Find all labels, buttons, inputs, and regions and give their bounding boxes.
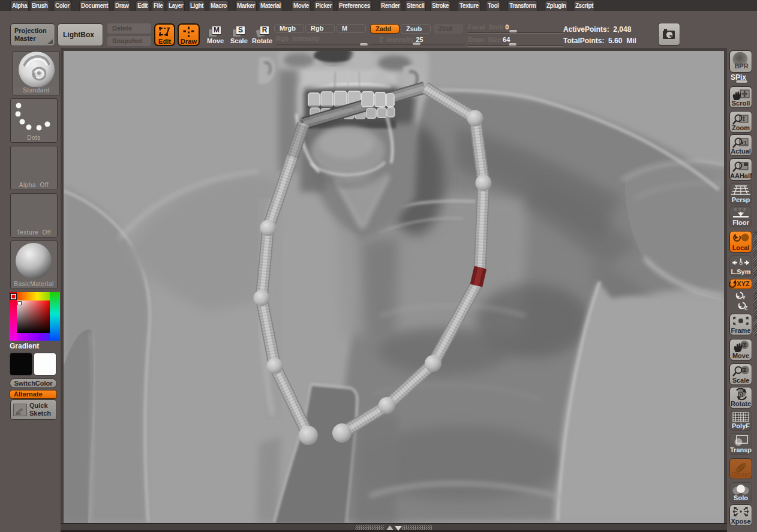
svg-text:Y: Y — [742, 294, 746, 300]
svg-text:BPR: BPR — [734, 62, 748, 70]
svg-text:XYZ: XYZ — [734, 208, 748, 212]
svg-text:Z: Z — [744, 305, 748, 311]
